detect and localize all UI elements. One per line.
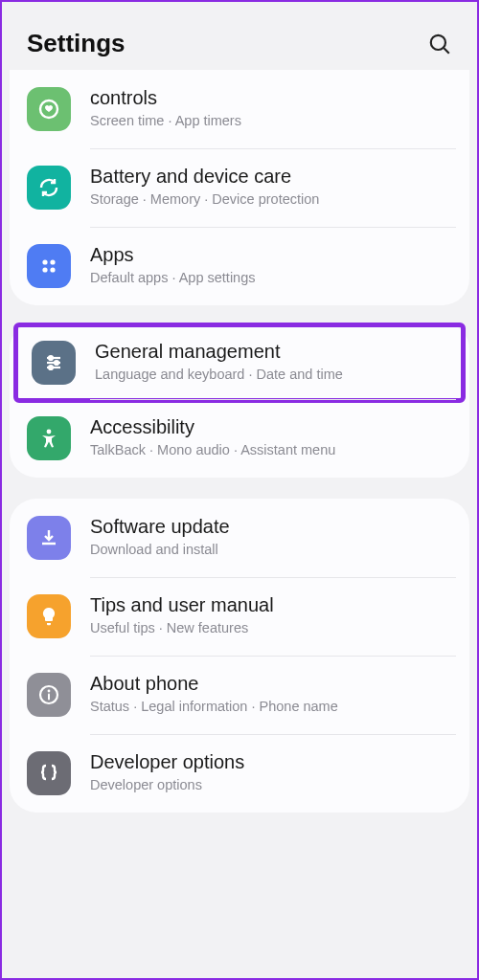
- row-subtitle: TalkBack · Mono audio · Assistant menu: [90, 441, 460, 460]
- row-general-management[interactable]: General management Language and keyboard…: [13, 323, 466, 403]
- row-title: Software update: [90, 516, 460, 538]
- row-controls[interactable]: controls Screen time · App timers: [10, 70, 469, 148]
- svg-point-6: [50, 267, 55, 272]
- search-button[interactable]: [427, 32, 452, 56]
- lightbulb-icon: [27, 594, 71, 638]
- page-title: Settings: [27, 29, 125, 58]
- svg-point-0: [431, 34, 445, 49]
- row-subtitle: Default apps · App settings: [90, 269, 460, 288]
- row-battery[interactable]: Battery and device care Storage · Memory…: [10, 148, 469, 227]
- row-text: About phone Status · Legal information ·…: [90, 673, 460, 717]
- row-subtitle: Useful tips · New features: [90, 619, 460, 638]
- svg-point-15: [48, 690, 51, 693]
- row-text: Tips and user manual Useful tips · New f…: [90, 594, 460, 638]
- info-icon: [27, 673, 71, 717]
- download-icon: [27, 516, 71, 560]
- row-text: Software update Download and install: [90, 516, 460, 560]
- row-subtitle: Download and install: [90, 541, 460, 560]
- row-title: Tips and user manual: [90, 594, 460, 616]
- row-text: controls Screen time · App timers: [90, 87, 460, 131]
- row-text: Accessibility TalkBack · Mono audio · As…: [90, 416, 460, 460]
- svg-point-8: [49, 356, 53, 360]
- refresh-icon: [27, 166, 71, 210]
- svg-line-1: [444, 48, 448, 53]
- row-title: Apps: [90, 244, 460, 266]
- row-software-update[interactable]: Software update Download and install: [10, 499, 469, 577]
- row-text: Battery and device care Storage · Memory…: [90, 166, 460, 210]
- heart-circle-icon: [27, 87, 71, 131]
- row-title: Battery and device care: [90, 166, 460, 188]
- row-developer-options[interactable]: Developer options Developer options: [10, 734, 469, 813]
- row-title: About phone: [90, 673, 460, 695]
- svg-point-4: [50, 259, 55, 264]
- row-subtitle: Status · Legal information · Phone name: [90, 698, 460, 717]
- row-tips[interactable]: Tips and user manual Useful tips · New f…: [10, 577, 469, 656]
- row-apps[interactable]: Apps Default apps · App settings: [10, 227, 469, 305]
- settings-group-1: controls Screen time · App timers Batter…: [10, 70, 469, 305]
- row-accessibility[interactable]: Accessibility TalkBack · Mono audio · As…: [10, 399, 469, 478]
- row-title: Developer options: [90, 751, 460, 773]
- svg-point-13: [47, 430, 52, 434]
- settings-group-3: Software update Download and install Tip…: [10, 499, 469, 813]
- svg-point-5: [42, 267, 47, 272]
- sliders-icon: [32, 341, 76, 385]
- row-about-phone[interactable]: About phone Status · Legal information ·…: [10, 656, 469, 734]
- svg-point-10: [55, 361, 58, 365]
- header: Settings: [2, 2, 477, 76]
- row-subtitle: Developer options: [90, 776, 460, 795]
- accessibility-icon: [27, 416, 71, 460]
- svg-point-3: [42, 259, 47, 264]
- row-subtitle: Language and keyboard · Date and time: [95, 366, 455, 385]
- row-subtitle: Storage · Memory · Device protection: [90, 190, 460, 210]
- search-icon: [427, 32, 452, 56]
- braces-icon: [27, 751, 71, 795]
- svg-rect-16: [48, 694, 50, 701]
- row-subtitle: Screen time · App timers: [90, 112, 460, 131]
- row-text: Developer options Developer options: [90, 751, 460, 795]
- row-title: controls: [90, 87, 460, 109]
- apps-grid-icon: [27, 244, 71, 288]
- row-title: Accessibility: [90, 416, 460, 438]
- row-title: General management: [95, 341, 455, 363]
- row-text: General management Language and keyboard…: [95, 341, 455, 385]
- svg-point-12: [49, 366, 53, 369]
- row-text: Apps Default apps · App settings: [90, 244, 460, 288]
- settings-group-2: General management Language and keyboard…: [10, 323, 469, 478]
